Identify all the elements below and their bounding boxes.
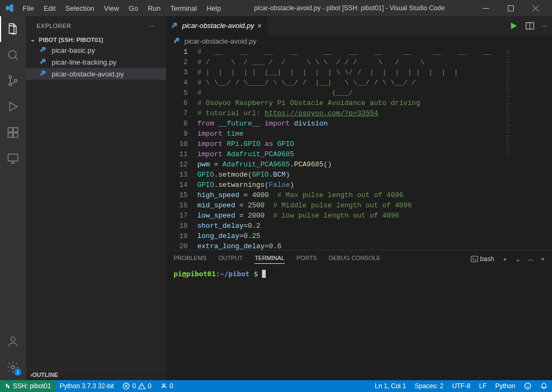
svg-rect-9 xyxy=(13,128,18,132)
code-content[interactable]: # __ __ __ __ __ __ __ __ __ __ __ __ __… xyxy=(197,47,503,250)
file-label: picar-obstacle-avoid.py xyxy=(52,70,124,78)
svg-rect-8 xyxy=(13,133,18,137)
status-eol[interactable]: LF xyxy=(475,382,491,390)
file-item[interactable]: picar-obstacle-avoid.py xyxy=(26,68,166,80)
svg-point-13 xyxy=(43,47,43,48)
bottom-panel: PROBLEMS OUTPUT TERMINAL PORTS DEBUG CON… xyxy=(166,250,552,380)
svg-point-23 xyxy=(525,383,530,389)
terminal-user: pi@pibot01 xyxy=(174,270,216,278)
close-panel-icon[interactable]: × xyxy=(541,256,544,262)
status-feedback-icon[interactable] xyxy=(520,382,536,390)
svg-point-12 xyxy=(11,366,15,369)
maximize-button[interactable] xyxy=(498,0,523,16)
svg-point-3 xyxy=(9,76,12,79)
activity-bar: 1 xyxy=(0,16,26,380)
panel-tabs: PROBLEMS OUTPUT TERMINAL PORTS DEBUG CON… xyxy=(166,250,552,268)
status-indent[interactable]: Spaces: 2 xyxy=(410,382,447,390)
svg-point-4 xyxy=(9,83,12,86)
outline-label: OUTLINE xyxy=(32,372,58,378)
menu-view[interactable]: View xyxy=(100,2,123,15)
menu-bar: File Edit Selection View Go Run Terminal… xyxy=(18,2,225,15)
run-file-icon[interactable] xyxy=(509,22,518,30)
explorer-more-icon[interactable]: ··· xyxy=(149,23,155,29)
status-notifications-icon[interactable] xyxy=(536,382,552,390)
python-file-icon xyxy=(40,58,50,66)
settings-badge: 1 xyxy=(14,368,22,376)
python-file-icon xyxy=(40,46,50,54)
tab-close-icon[interactable]: × xyxy=(257,22,261,30)
panel-tab-output[interactable]: OUTPUT xyxy=(218,255,243,263)
editor-more-icon[interactable]: ··· xyxy=(542,22,548,30)
line-numbers: 1234567891011121314151617181920 xyxy=(166,47,197,250)
panel-tab-ports[interactable]: PORTS xyxy=(296,255,317,263)
activity-explorer[interactable] xyxy=(0,16,26,42)
python-file-icon xyxy=(174,37,181,45)
svg-point-16 xyxy=(174,23,175,24)
code-editor[interactable]: 1234567891011121314151617181920 # __ __ … xyxy=(166,47,552,250)
file-item[interactable]: picar-line-tracking.py xyxy=(26,56,166,68)
window-title: picar-obstacle-avoid.py - pibot [SSH: pi… xyxy=(225,4,473,12)
split-terminal-icon[interactable]: ⌄ xyxy=(515,256,520,263)
activity-remote-explorer[interactable] xyxy=(0,145,26,171)
editor-area: picar-obstacle-avoid.py × ··· picar-obst… xyxy=(166,16,552,380)
terminal-path: ~/pibot xyxy=(220,270,250,278)
panel-tab-terminal[interactable]: TERMINAL xyxy=(254,255,285,264)
menu-help[interactable]: Help xyxy=(202,2,225,15)
svg-rect-1 xyxy=(508,5,513,11)
terminal-cursor-icon xyxy=(262,270,266,278)
svg-point-2 xyxy=(9,51,16,58)
status-encoding[interactable]: UTF-8 xyxy=(448,382,475,390)
python-file-icon xyxy=(40,69,50,78)
activity-settings[interactable]: 1 xyxy=(0,354,26,380)
close-button[interactable] xyxy=(523,0,548,16)
minimap[interactable]: ▬▬▬▬▬▬▬▬▬▬▬▬▬▬▬▬▬▬▬▬▬▬▬▬▬▬▬▬▬▬▬▬▬▬▬▬▬▬▬▬… xyxy=(503,47,552,250)
svg-rect-0 xyxy=(483,8,489,9)
split-editor-icon[interactable] xyxy=(526,22,534,30)
editor-tab[interactable]: picar-obstacle-avoid.py × xyxy=(166,16,268,35)
python-file-icon xyxy=(171,22,179,30)
terminal[interactable]: pi@pibot01:~/pibot $ xyxy=(166,268,552,380)
svg-rect-20 xyxy=(471,256,477,262)
status-problems[interactable]: 0 0 xyxy=(118,380,155,392)
tab-label: picar-obstacle-avoid.py xyxy=(182,22,254,30)
breadcrumb-file: picar-obstacle-avoid.py xyxy=(184,37,257,45)
activity-extensions[interactable] xyxy=(0,120,26,145)
root-label: PIBOT [SSH: PIBOT01] xyxy=(39,37,103,43)
svg-point-19 xyxy=(176,38,177,39)
menu-selection[interactable]: Selection xyxy=(61,2,98,15)
activity-source-control[interactable] xyxy=(0,68,26,94)
maximize-panel-icon[interactable]: ︿ xyxy=(528,255,534,263)
menu-go[interactable]: Go xyxy=(125,2,142,15)
status-bar: SSH: pibot01 Python 3.7.3 32-bit 0 0 0 L… xyxy=(0,380,552,392)
explorer-root-folder[interactable]: ⌄ PIBOT [SSH: PIBOT01] xyxy=(26,35,166,44)
menu-edit[interactable]: Edit xyxy=(39,2,60,15)
file-label: picar-line-tracking.py xyxy=(52,58,116,66)
terminal-shell-selector[interactable]: bash xyxy=(471,255,494,263)
panel-tab-problems[interactable]: PROBLEMS xyxy=(174,255,206,263)
panel-tab-debug-console[interactable]: DEBUG CONSOLE xyxy=(329,255,381,263)
outline-section[interactable]: › OUTLINE xyxy=(26,369,166,380)
activity-accounts[interactable] xyxy=(0,328,26,354)
editor-tabs: picar-obstacle-avoid.py × ··· xyxy=(166,16,552,35)
window-controls xyxy=(473,0,548,16)
file-item[interactable]: picar-basic.py xyxy=(26,44,166,56)
activity-search[interactable] xyxy=(0,42,26,68)
file-tree: picar-basic.py picar-line-tracking.py pi… xyxy=(26,44,166,369)
svg-rect-10 xyxy=(8,154,18,161)
status-python-interpreter[interactable]: Python 3.7.3 32-bit xyxy=(56,380,119,392)
title-bar: File Edit Selection View Go Run Terminal… xyxy=(0,0,552,16)
explorer-sidebar: EXPLORER ··· ⌄ PIBOT [SSH: PIBOT01] pica… xyxy=(26,16,166,380)
status-ln-col[interactable]: Ln 1, Col 1 xyxy=(370,382,410,390)
status-language[interactable]: Python xyxy=(491,382,520,390)
status-remote[interactable]: SSH: pibot01 xyxy=(0,380,56,392)
breadcrumbs[interactable]: picar-obstacle-avoid.py xyxy=(166,35,552,47)
activity-run-debug[interactable] xyxy=(0,94,26,120)
minimize-button[interactable] xyxy=(473,0,498,16)
menu-terminal[interactable]: Terminal xyxy=(166,2,201,15)
file-label: picar-basic.py xyxy=(52,46,95,54)
chevron-down-icon: ⌄ xyxy=(30,36,39,43)
new-terminal-icon[interactable]: ＋ xyxy=(502,255,508,263)
menu-run[interactable]: Run xyxy=(143,2,165,15)
menu-file[interactable]: File xyxy=(18,2,38,15)
status-ports[interactable]: 0 xyxy=(156,380,178,392)
